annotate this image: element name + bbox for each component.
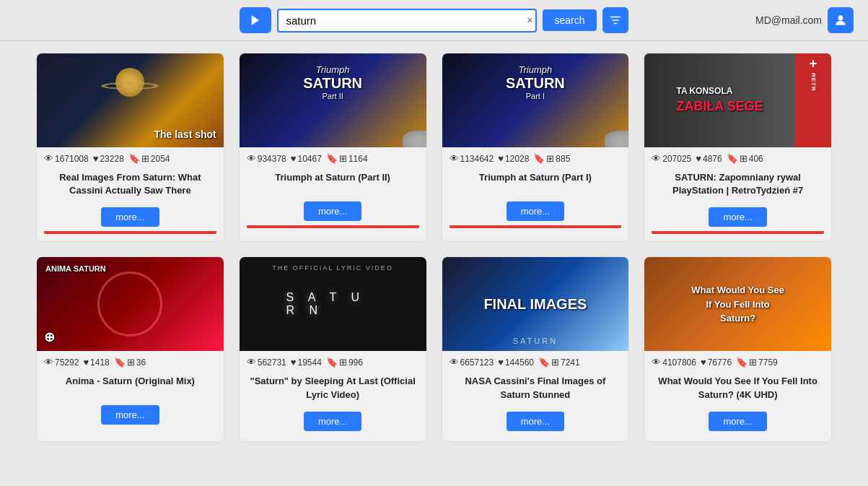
heart-icon-3: ♥ [498, 153, 504, 164]
grid-icon-4: ⊞ [740, 153, 748, 164]
likes-stat-7: ♥ 144560 [498, 357, 534, 368]
heart-icon-5: ♥ [83, 357, 89, 368]
more-button-1[interactable]: more... [101, 207, 159, 227]
playlist-stat-1: 🔖 ⊞ 2054 [128, 153, 170, 164]
eye-icon-1: 👁 [44, 153, 53, 164]
search-input[interactable] [277, 9, 537, 32]
search-button[interactable]: search [543, 9, 596, 31]
eye-icon-7: 👁 [450, 357, 459, 368]
eye-icon-5: 👁 [44, 357, 53, 368]
video-card-4: TA KONSOLAZABIŁA SEGE + RETR 👁 207025 ♥ … [644, 53, 832, 242]
thumbnail-6: THE OFFICIAL LYRIC VIDEO S A T U R N [240, 257, 426, 351]
more-button-7[interactable]: more... [507, 412, 564, 431]
likes-stat-5: ♥ 1418 [83, 357, 109, 368]
thumb-text-7b: SATURN [513, 337, 558, 345]
thumb-label-2b: SATURN [303, 75, 362, 92]
playlist-stat-3: 🔖 ⊞ 885 [533, 153, 570, 164]
grid-icon-8: ⊞ [749, 357, 757, 368]
playlist-icon-4: 🔖 [727, 153, 738, 164]
playlist-stat-6: 🔖 ⊞ 996 [326, 357, 363, 368]
likes-count-3: 12028 [505, 154, 529, 164]
more-button-5[interactable]: more... [101, 405, 159, 425]
user-avatar-button[interactable] [828, 7, 854, 33]
eye-icon-8: 👁 [652, 357, 661, 368]
views-stat-8: 👁 4107806 [652, 357, 696, 368]
heart-icon-1: ♥ [93, 153, 99, 164]
eye-icon-6: 👁 [247, 357, 256, 368]
card-title-6: "Saturn" by Sleeping At Last (Official L… [240, 370, 426, 405]
heart-icon-4: ♥ [696, 153, 701, 164]
clear-search-button[interactable]: × [527, 14, 532, 26]
likes-count-1: 23228 [100, 154, 123, 164]
playlist-stat-7: 🔖 ⊞ 7241 [538, 357, 580, 368]
user-email: MD@mail.com [755, 14, 822, 26]
card-title-3: Triumph at Saturn (Part I) [442, 167, 629, 196]
thumb-label-3b: SATURN [506, 75, 565, 92]
svg-marker-0 [252, 15, 260, 25]
likes-stat-3: ♥ 12028 [498, 153, 529, 164]
thumbnail-3: Triumph SATURN Part I [442, 53, 629, 147]
filter-button[interactable] [602, 7, 628, 33]
thumb-4-overlay: TA KONSOLAZABIŁA SEGE + RETR [644, 53, 831, 147]
header-right: MD@mail.com [755, 7, 854, 33]
likes-stat-1: ♥ 23228 [93, 153, 124, 164]
playlist-count-2: 1164 [348, 154, 368, 164]
thumb-label-3a: Triumph [506, 64, 565, 75]
grid-icon-6: ⊞ [339, 357, 347, 368]
thumbnail-7: FINAL IMAGES SATURN [442, 257, 629, 351]
card-title-2: Triumph at Saturn (Part II) [240, 167, 426, 196]
thumb-label-6b: S A T U R N [286, 291, 379, 317]
thumb-4-sidebar: + RETR [795, 53, 831, 147]
views-stat-1: 👁 1671008 [44, 153, 89, 164]
video-card-7: FINAL IMAGES SATURN 👁 6657123 ♥ 144560 🔖… [442, 256, 630, 441]
more-button-2[interactable]: more... [304, 201, 361, 221]
video-grid: The last shot 👁 1671008 ♥ 23228 🔖 ⊞ 2054… [36, 53, 832, 442]
thumb-4-plus: + [810, 57, 817, 70]
eye-icon-2: 👁 [247, 153, 256, 164]
card-stats-6: 👁 562731 ♥ 19544 🔖 ⊞ 996 [240, 351, 426, 370]
svg-rect-3 [613, 23, 617, 25]
playlist-icon-7: 🔖 [538, 357, 550, 368]
heart-icon-6: ♥ [291, 357, 297, 368]
eye-icon-3: 👁 [450, 153, 459, 164]
bottom-bar-1 [44, 231, 216, 234]
more-button-8[interactable]: more... [709, 412, 766, 431]
card-stats-2: 👁 934378 ♥ 10467 🔖 ⊞ 1164 [240, 147, 426, 167]
playlist-count-7: 7241 [561, 357, 580, 368]
views-stat-3: 👁 1134642 [450, 153, 494, 164]
views-stat-4: 👁 207025 [652, 153, 691, 164]
thumbnail-2: Triumph SATURN Part II [240, 53, 426, 147]
grid-icon-1: ⊞ [141, 153, 149, 164]
logo-play-button[interactable] [240, 7, 271, 33]
grid-icon-3: ⊞ [546, 153, 554, 164]
likes-count-4: 4876 [703, 154, 722, 164]
thumb-text-8: What Would You SeeIf You Fell Into Satur… [691, 283, 784, 326]
playlist-count-3: 885 [556, 154, 570, 164]
playlist-icon-8: 🔖 [736, 357, 748, 368]
playlist-stat-5: 🔖 ⊞ 36 [114, 357, 146, 368]
thumbnail-5: ANIMA SATURN ⊕ [37, 257, 224, 351]
likes-count-8: 76776 [708, 357, 732, 368]
views-count-1: 1671008 [55, 154, 89, 164]
playlist-icon-2: 🔖 [326, 153, 338, 164]
thumb-text-1: The last shot [154, 129, 216, 140]
svg-rect-1 [610, 17, 621, 18]
playlist-count-6: 996 [348, 357, 363, 368]
bottom-bar-2 [247, 225, 419, 228]
more-button-6[interactable]: more... [304, 412, 361, 431]
likes-count-5: 1418 [90, 357, 110, 368]
views-count-2: 934378 [258, 154, 286, 164]
likes-stat-2: ♥ 10467 [291, 153, 322, 164]
thumb-label-3c: Part I [506, 92, 565, 100]
bottom-bar-3 [450, 225, 622, 228]
more-button-3[interactable]: more... [507, 201, 564, 221]
main-content: The last shot 👁 1671008 ♥ 23228 🔖 ⊞ 2054… [0, 41, 868, 454]
playlist-count-1: 2054 [151, 154, 170, 164]
card-title-8: What Would You See If You Fell Into Satu… [644, 370, 831, 405]
more-button-4[interactable]: more... [709, 207, 766, 227]
card-stats-3: 👁 1134642 ♥ 12028 🔖 ⊞ 885 [442, 147, 629, 167]
thumb-text-5a: ANIMA SATURN [45, 264, 106, 273]
views-stat-6: 👁 562731 [247, 357, 286, 368]
card-title-4: SATURN: Zapomniany rywal PlayStation | R… [644, 167, 831, 201]
thumb-4-person: TA KONSOLAZABIŁA SEGE [644, 53, 795, 147]
